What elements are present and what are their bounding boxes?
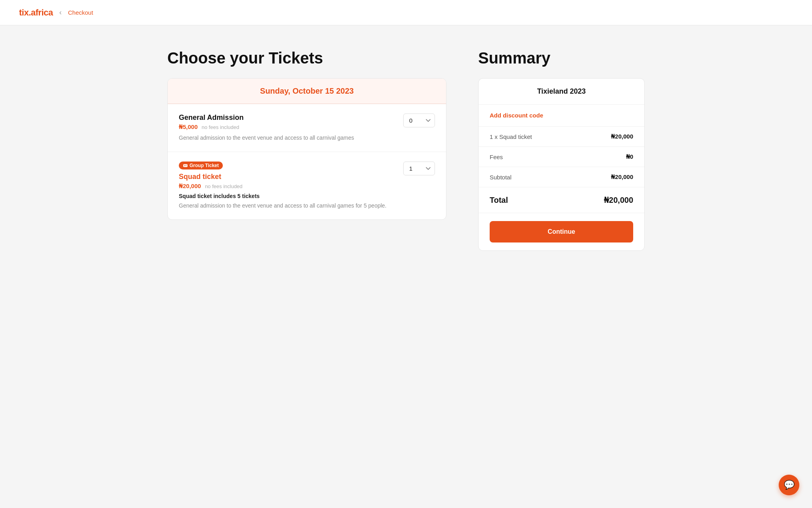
badge-label: Group Ticket xyxy=(190,163,219,168)
summary-title: Summary xyxy=(478,49,645,67)
summary-subtotal-row: Subtotal ₦20,000 xyxy=(479,167,644,187)
summary-discount-section: Add discount code xyxy=(479,105,644,127)
ticket-row-general: General Admission ₦5,000 no fees include… xyxy=(168,104,446,152)
date-banner: Sunday, October 15 2023 xyxy=(168,79,446,104)
ticket-desc-squad: General admission to the event venue and… xyxy=(179,202,395,210)
summary-card: Tixieland 2023 Add discount code 1 x Squ… xyxy=(478,78,645,251)
continue-button[interactable]: Continue xyxy=(490,221,633,242)
summary-fees-row: Fees ₦0 xyxy=(479,147,644,167)
subtotal-value: ₦20,000 xyxy=(611,173,633,181)
left-column: Choose your Tickets Sunday, October 15 2… xyxy=(167,49,446,251)
ticket-name-squad: Squad ticket xyxy=(179,173,395,181)
group-ticket-badge: 🎟 Group Ticket xyxy=(179,162,223,169)
page-title: Choose your Tickets xyxy=(167,49,446,67)
ticket-no-fees-squad: no fees included xyxy=(205,183,243,189)
quantity-select-general[interactable]: 0 1 2 3 4 5 xyxy=(403,114,435,127)
ticket-no-fees-general: no fees included xyxy=(202,124,239,130)
ticket-price-squad: ₦20,000 xyxy=(179,183,201,190)
total-value: ₦20,000 xyxy=(604,195,633,205)
fees-label: Fees xyxy=(490,154,503,160)
ticket-row-squad: 🎟 Group Ticket Squad ticket ₦20,000 no f… xyxy=(168,152,446,219)
breadcrumb: Checkout xyxy=(68,9,93,16)
ticket-info-general: General Admission ₦5,000 no fees include… xyxy=(179,114,395,142)
summary-line-squad: 1 x Squad ticket ₦20,000 xyxy=(479,127,644,147)
ticket-name-general: General Admission xyxy=(179,114,395,122)
add-discount-link[interactable]: Add discount code xyxy=(490,112,543,119)
event-date: Sunday, October 15 2023 xyxy=(260,87,354,95)
main-content: Choose your Tickets Sunday, October 15 2… xyxy=(148,25,664,275)
ticket-bold-desc-squad: Squad ticket includes 5 tickets xyxy=(179,193,395,199)
total-label: Total xyxy=(490,196,508,205)
summary-event-name: Tixieland 2023 xyxy=(479,79,644,105)
quantity-select-squad[interactable]: 0 1 2 3 4 5 xyxy=(403,162,435,175)
squad-ticket-label: 1 x Squad ticket xyxy=(490,133,532,140)
fees-value: ₦0 xyxy=(626,153,633,160)
logo: tix.africa xyxy=(19,8,53,18)
ticket-price-general: ₦5,000 xyxy=(179,123,198,131)
back-button[interactable]: ‹ xyxy=(59,8,62,17)
header: tix.africa ‹ Checkout xyxy=(0,0,812,25)
right-column: Summary Tixieland 2023 Add discount code… xyxy=(478,49,645,251)
ticket-info-squad: 🎟 Group Ticket Squad ticket ₦20,000 no f… xyxy=(179,162,395,210)
chat-button[interactable]: 💬 xyxy=(779,475,799,495)
ticket-card: Sunday, October 15 2023 General Admissio… xyxy=(167,78,446,220)
summary-total-row: Total ₦20,000 xyxy=(479,187,644,213)
ticket-desc-general: General admission to the event venue and… xyxy=(179,134,395,142)
badge-icon: 🎟 xyxy=(183,163,188,168)
subtotal-label: Subtotal xyxy=(490,174,511,181)
ticket-price-row-squad: ₦20,000 no fees included xyxy=(179,183,395,190)
squad-ticket-value: ₦20,000 xyxy=(611,133,633,140)
chat-icon: 💬 xyxy=(784,480,795,490)
ticket-price-row-general: ₦5,000 no fees included xyxy=(179,123,395,131)
